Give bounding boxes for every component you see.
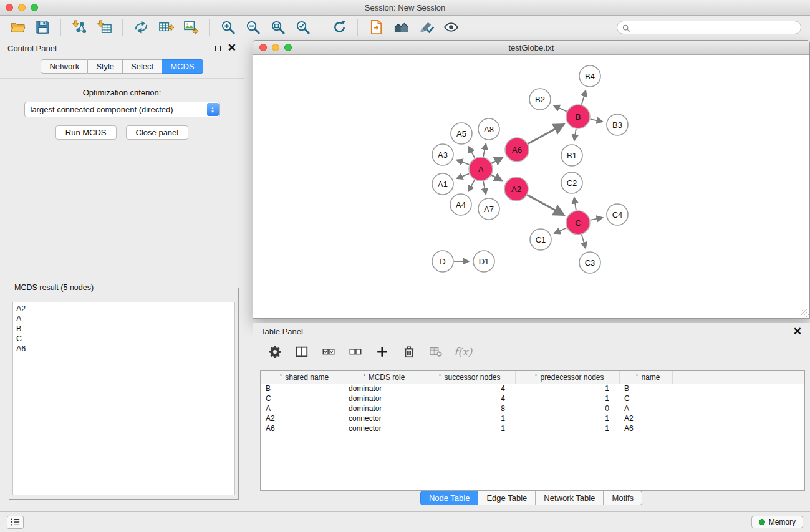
import-network-from-file-icon[interactable] [68,18,90,37]
edit-check-icon[interactable] [415,18,437,37]
column-header-shared-name[interactable]: shared name [261,371,344,384]
graph-node-A3[interactable]: A3 [432,144,453,165]
settings-gear-icon[interactable] [266,343,284,360]
home-icon[interactable] [390,18,412,37]
table-cell[interactable]: 0 [515,404,619,414]
table-cell[interactable]: A [261,404,344,414]
table-cell[interactable]: dominator [344,394,420,404]
zoom-selected-icon[interactable] [291,18,314,37]
search-input[interactable] [617,21,801,34]
graph-edge-A-A6[interactable] [492,157,503,163]
table-cell[interactable]: 1 [420,423,515,433]
graph-node-A7[interactable]: A7 [478,198,499,220]
tab-network-table[interactable]: Network Table [536,491,604,505]
graph-edge-A-A1[interactable] [456,173,469,178]
export-table-icon[interactable] [155,18,177,37]
table-cell[interactable]: 4 [420,384,515,394]
table-cell[interactable]: A6 [261,423,344,433]
table-cell[interactable]: A6 [619,423,672,433]
graph-node-B4[interactable]: B4 [579,65,600,87]
tab-node-table[interactable]: Node Table [420,491,479,505]
table-cell[interactable]: C [619,394,672,404]
table-row[interactable]: Bdominator41B [261,384,804,394]
graph-node-B2[interactable]: B2 [529,89,551,110]
graph-node-A8[interactable]: A8 [478,118,499,140]
table-cell[interactable]: B [261,384,344,394]
network-canvas[interactable]: B4B2BB3A5A8A6B1A3AC2A1A2A4A7C4CC1C3DD1 [253,55,809,317]
table-cell[interactable]: A2 [619,414,672,423]
graph-edge-A-A3[interactable] [456,160,469,164]
table-cell[interactable]: A2 [261,414,344,423]
graph-node-C2[interactable]: C2 [561,172,582,193]
export-network-icon[interactable] [130,18,152,37]
graph-node-B3[interactable]: B3 [607,114,628,135]
graph-node-A[interactable]: A [469,157,493,181]
tab-motifs[interactable]: Motifs [604,491,642,505]
table-cell[interactable]: 1 [420,414,515,423]
graph-node-C[interactable]: C [566,211,590,235]
eye-icon[interactable] [440,18,462,37]
graph-edge-C-C3[interactable] [582,235,586,248]
graph-edge-A-A2[interactable] [491,175,502,181]
graph-edge-B-B1[interactable] [574,129,576,141]
minimize-window-button[interactable] [18,4,26,11]
table-cell[interactable]: B [619,384,672,394]
table-cell[interactable]: 1 [515,423,619,433]
table-cell[interactable]: A [619,404,672,414]
mcds-result-item[interactable]: C [13,334,234,344]
column-header-predecessor-nodes[interactable]: predecessor nodes [515,371,619,384]
memory-button[interactable]: Memory [751,516,803,528]
panel-menu-icon[interactable] [7,516,24,529]
export-document-icon[interactable] [365,18,387,37]
refresh-icon[interactable] [328,18,350,37]
table-cell[interactable]: connector [344,423,420,433]
graph-node-A5[interactable]: A5 [451,123,472,144]
network-minimize-button[interactable] [272,44,279,51]
graph-edge-A-A7[interactable] [483,181,486,195]
close-panel-icon[interactable]: ✕ [228,44,236,52]
graph-edge-A-A5[interactable] [468,147,475,158]
table-cell[interactable]: 8 [420,404,515,414]
graph-node-A2[interactable]: A2 [504,177,528,201]
table-row[interactable]: A2connector11A2 [261,414,804,423]
graph-edge-C-C2[interactable] [574,198,576,211]
network-zoom-button[interactable] [284,44,292,51]
zoom-out-icon[interactable] [241,18,264,37]
table-cell[interactable]: C [261,394,344,404]
close-panel-button[interactable]: Close panel [126,125,189,140]
close-window-button[interactable] [6,4,13,11]
graph-edge-C-C4[interactable] [591,218,603,220]
network-window-titlebar[interactable]: testGlobe.txt [253,41,809,55]
delete-table-icon[interactable] [427,343,445,360]
float-panel-icon[interactable] [215,46,221,51]
columns-icon[interactable] [293,343,311,360]
run-mcds-button[interactable]: Run MCDS [55,125,117,140]
graph-edge-B-B2[interactable] [554,105,567,112]
table-cell[interactable]: 1 [515,384,619,394]
export-image-icon[interactable] [180,18,202,37]
save-session-icon[interactable] [31,18,54,37]
mcds-result-item[interactable]: A6 [13,344,234,354]
zoom-in-icon[interactable] [216,18,239,37]
tab-network[interactable]: Network [41,59,88,74]
graph-edge-B-B3[interactable] [591,119,603,122]
zoom-window-button[interactable] [31,4,38,11]
mcds-result-item[interactable]: B [13,324,234,334]
table-cell[interactable]: dominator [344,404,420,414]
column-header-successor-nodes[interactable]: successor nodes [420,371,515,384]
open-session-icon[interactable] [6,18,29,37]
graph-node-A4[interactable]: A4 [450,194,471,215]
graph-node-B[interactable]: B [566,105,590,128]
table-cell[interactable]: 1 [515,414,619,423]
tab-mcds[interactable]: MCDS [162,59,203,74]
table-cell[interactable]: 1 [515,394,619,404]
graph-node-C4[interactable]: C4 [607,204,628,225]
import-table-from-file-icon[interactable] [93,18,115,37]
table-cell[interactable]: 4 [420,394,515,404]
graph-edge-A6-B[interactable] [528,124,564,143]
graph-node-B1[interactable]: B1 [561,145,582,166]
select-all-icon[interactable] [320,343,337,360]
graph-node-C1[interactable]: C1 [530,229,551,250]
function-builder-icon[interactable]: f(x) [454,346,472,358]
column-header-mcds-role[interactable]: MCDS role [344,371,420,384]
